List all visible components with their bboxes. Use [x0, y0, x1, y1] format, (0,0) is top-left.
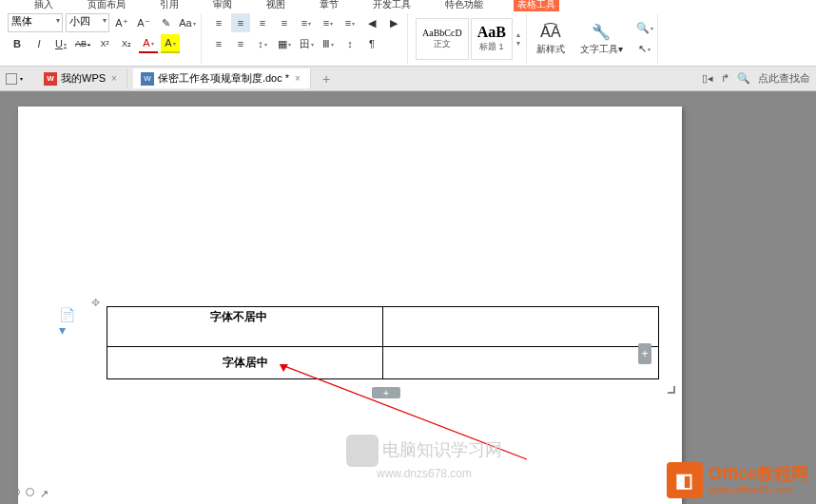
shading-button[interactable]: ▦▾: [275, 34, 294, 53]
style-normal[interactable]: AaBbCcD 正文: [416, 18, 469, 60]
status-dot-icon[interactable]: [11, 488, 20, 496]
change-case-button[interactable]: Aa▾: [178, 13, 197, 32]
watermark-text: 电脑知识学习网: [382, 440, 502, 459]
distribute-button[interactable]: ≡: [209, 34, 228, 53]
clear-format-button[interactable]: ✎: [156, 13, 175, 32]
borders-button[interactable]: 田▾: [297, 34, 316, 53]
table-row[interactable]: 字体居中: [107, 347, 659, 379]
style-label: 标题 1: [479, 41, 504, 53]
wrench-icon: 🔧: [592, 22, 611, 43]
select-button[interactable]: ↖▾: [636, 40, 653, 59]
highlight-button[interactable]: A▾: [161, 34, 180, 53]
text-tools-label: 文字工具: [580, 44, 618, 54]
align-justify-button[interactable]: ≡: [275, 13, 294, 32]
font-size-select[interactable]: 小四: [66, 13, 109, 32]
decrease-indent-button[interactable]: ◀: [362, 13, 381, 32]
style-preview: AaBbCcD: [422, 28, 462, 38]
status-dot-icon[interactable]: [26, 488, 34, 496]
tab-stops-button[interactable]: Ⅲ▾: [319, 34, 338, 53]
nav-icon[interactable]: ▯◂: [702, 72, 713, 85]
table-row[interactable]: 字体不居中: [107, 307, 659, 347]
tab-ref[interactable]: 引用: [156, 0, 183, 11]
table-resize-handle[interactable]: [668, 386, 675, 394]
ribbon-toolbar: 黑体 小四 A⁺ A⁻ ✎ Aa▾ B I U▾ AB▾ X² X₂ A▾ A▾…: [0, 11, 816, 67]
document-page[interactable]: 📄▾ ✥ 字体不居中 字体居中 + + 电脑知识学习网 www.dnzs678.…: [18, 107, 682, 504]
add-row-handle[interactable]: +: [372, 387, 400, 398]
tab-section[interactable]: 章节: [316, 0, 342, 11]
table-cell[interactable]: [383, 307, 659, 347]
close-icon[interactable]: ×: [109, 73, 119, 84]
watermark-url: www.dnzs678.com: [346, 467, 502, 480]
tab-layout[interactable]: 页面布局: [84, 0, 129, 11]
document-icon: W: [141, 72, 154, 86]
italic-button[interactable]: I: [29, 34, 49, 53]
watermark: 电脑知识学习网 www.dnzs678.com: [346, 435, 502, 480]
search-icon[interactable]: 🔍: [737, 72, 750, 85]
brand-badge: ◧ Office教程网 www.office26.com: [667, 462, 808, 498]
underline-button[interactable]: U▾: [51, 34, 70, 53]
align-left-button[interactable]: ≡: [209, 13, 228, 32]
new-style-button[interactable]: A͡A 新样式: [531, 18, 571, 60]
multilevel-button[interactable]: ≡▾: [340, 13, 359, 32]
wps-home-tab[interactable]: W 我的WPS ×: [36, 68, 127, 88]
tab-dev[interactable]: 开发工具: [369, 0, 415, 11]
table-cell[interactable]: 字体不居中: [107, 307, 383, 347]
watermark-icon: [346, 435, 379, 467]
document-tab-label: 保密工作各项规章制度.doc *: [158, 71, 289, 86]
tab-insert[interactable]: 插入: [30, 0, 57, 11]
paragraph-group: ≡ ≡ ≡ ≡ ≡▾ ≡▾ ≡▾ ◀ ▶ ≡ ≡ ↕▾ ▦▾ 田▾ Ⅲ▾ ↕ ¶: [205, 13, 408, 64]
document-table[interactable]: 字体不居中 字体居中: [107, 306, 659, 379]
font-name-select[interactable]: 黑体: [8, 13, 63, 32]
styles-group: AaBbCcD 正文 AaB 标题 1 ▴▾: [412, 13, 527, 64]
tab-feature[interactable]: 特色功能: [441, 0, 487, 11]
tab-bar-right-tools: ▯◂ ↱ 🔍 点此查找命: [702, 71, 810, 86]
wps-tab-label: 我的WPS: [61, 71, 106, 86]
close-icon[interactable]: ×: [293, 73, 302, 84]
add-column-handle[interactable]: +: [638, 343, 651, 364]
font-group: 黑体 小四 A⁺ A⁻ ✎ Aa▾ B I U▾ AB▾ X² X₂ A▾ A▾: [4, 13, 202, 64]
subscript-button[interactable]: X₂: [117, 34, 136, 53]
paste-options-icon[interactable]: 📄▾: [59, 314, 76, 331]
bullets-button[interactable]: ≡▾: [297, 13, 316, 32]
align-center-button[interactable]: ≡: [231, 13, 250, 32]
editing-group: 🔍▾ ↖▾: [632, 13, 658, 64]
tab-table-tools[interactable]: 表格工具: [514, 0, 559, 11]
table-cell[interactable]: [383, 347, 659, 379]
align-dist-button[interactable]: ≡: [231, 34, 250, 53]
bold-button[interactable]: B: [8, 34, 27, 53]
table-cell[interactable]: 字体居中: [107, 347, 383, 379]
style-heading1[interactable]: AaB 标题 1: [471, 18, 513, 60]
increase-indent-button[interactable]: ▶: [384, 13, 403, 32]
status-indicators: ↗: [11, 488, 49, 500]
superscript-button[interactable]: X²: [95, 34, 114, 53]
show-marks-button[interactable]: ¶: [362, 34, 381, 53]
document-canvas: 📄▾ ✥ 字体不居中 字体居中 + + 电脑知识学习网 www.dnzs678.…: [0, 91, 816, 504]
table-move-handle-icon[interactable]: ✥: [91, 297, 100, 309]
outline-icon[interactable]: ↱: [721, 72, 729, 85]
ribbon-tabs: 插入 页面布局 引用 审阅 视图 章节 开发工具 特色功能 表格工具: [0, 0, 816, 11]
find-replace-button[interactable]: 🔍▾: [636, 19, 653, 38]
strike-button[interactable]: AB▾: [73, 34, 92, 53]
style-gallery-more[interactable]: ▴▾: [515, 29, 522, 49]
shrink-font-button[interactable]: A⁻: [134, 13, 153, 32]
font-color-button[interactable]: A▾: [139, 34, 158, 53]
wps-icon: W: [44, 72, 57, 86]
search-hint[interactable]: 点此查找命: [758, 71, 810, 86]
numbering-button[interactable]: ≡▾: [319, 13, 338, 32]
status-arrow-icon[interactable]: ↗: [40, 488, 49, 500]
align-right-button[interactable]: ≡: [253, 13, 272, 32]
new-tab-button[interactable]: +: [317, 71, 336, 87]
style-label: 正文: [434, 38, 451, 50]
tab-view[interactable]: 视图: [262, 0, 289, 11]
brand-url: www.office26.com: [709, 484, 808, 495]
tab-list-button[interactable]: [6, 73, 17, 85]
sort-button[interactable]: ↕: [340, 34, 359, 53]
document-tabs-bar: W 我的WPS × W 保密工作各项规章制度.doc * × + ▯◂ ↱ 🔍 …: [0, 67, 816, 91]
line-spacing-button[interactable]: ↕▾: [253, 34, 272, 53]
brand-title: Office教程网: [709, 465, 808, 484]
new-style-label: 新样式: [536, 43, 565, 56]
tab-review[interactable]: 审阅: [209, 0, 236, 11]
text-tools-button[interactable]: 🔧 文字工具▾: [574, 18, 629, 60]
grow-font-button[interactable]: A⁺: [112, 13, 131, 32]
document-tab[interactable]: W 保密工作各项规章制度.doc * ×: [133, 68, 311, 88]
